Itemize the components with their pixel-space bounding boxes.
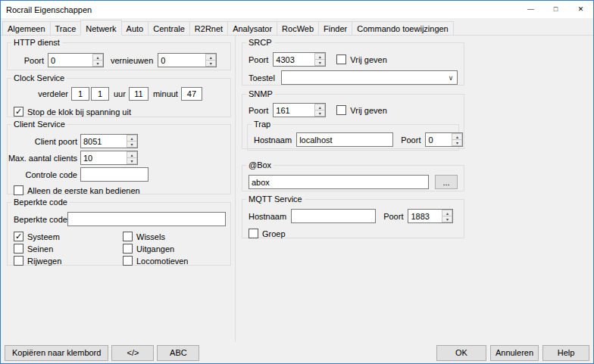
cancel-button[interactable]: Annuleren <box>490 345 539 361</box>
srcp-vrij-geven-checkbox[interactable]: ✓ Vrij geven <box>336 54 387 64</box>
spin-up-icon[interactable]: ▴ <box>205 54 216 60</box>
spin-up-icon[interactable]: ▴ <box>442 210 452 216</box>
xml-code-button[interactable]: </> <box>111 345 154 361</box>
snmp-poort-spinner[interactable]: ▴ ▾ <box>273 103 326 117</box>
close-icon: ✕ <box>578 6 584 13</box>
minimize-icon: — <box>527 6 534 13</box>
controle-code-input[interactable] <box>80 167 148 182</box>
checkbox-box: ✓ <box>14 256 23 266</box>
spinner-arrows: ▴ ▾ <box>127 135 137 148</box>
trap-hostnaam-input[interactable] <box>296 132 393 147</box>
group-clock-service: Clock Service verdeler uur minuut ✓ Stop… <box>7 73 231 117</box>
titlebar: Rocrail Eigenschappen — □ ✕ <box>1 1 593 18</box>
mqtt-hostnaam-input[interactable] <box>291 209 376 223</box>
group-mqtt-service: MQTT Service Hostnaam Poort ▴ ▾ ✓ Groep <box>242 194 464 238</box>
clock-verdeler1-input[interactable] <box>71 87 89 101</box>
checkbox-box: ✓ <box>336 105 346 115</box>
help-button[interactable]: Help <box>542 345 589 361</box>
trap-poort-spinner[interactable]: ▴ ▾ <box>425 132 463 147</box>
http-vernieuwen-spinner[interactable]: ▴ ▾ <box>158 53 217 67</box>
clock-verdeler-label: verdeler <box>18 89 68 98</box>
srcp-toestel-combobox[interactable]: ∨ <box>281 70 458 85</box>
srcp-poort-input[interactable] <box>274 53 314 66</box>
max-clients-input[interactable] <box>81 151 127 164</box>
checkbox-box: ✓ <box>123 256 133 266</box>
checkbox-systeem[interactable]: ✓ Systeem <box>14 232 60 241</box>
spin-down-icon[interactable]: ▾ <box>442 216 452 222</box>
checkbox-wissels[interactable]: ✓ Wissels <box>123 232 165 241</box>
mqtt-poort-spinner[interactable]: ▴ ▾ <box>408 209 453 223</box>
ok-button[interactable]: OK <box>436 345 486 361</box>
tab-centrale[interactable]: Centrale <box>148 21 190 35</box>
checkbox-box: ✓ <box>14 244 23 254</box>
maximize-button[interactable]: □ <box>543 1 568 18</box>
srcp-poort-label: Poort <box>249 55 268 64</box>
http-vernieuwen-label: vernieuwen <box>111 56 153 65</box>
spin-up-icon[interactable]: ▴ <box>314 104 325 110</box>
spin-down-icon[interactable]: ▾ <box>92 60 103 67</box>
tab-auto[interactable]: Auto <box>121 21 149 35</box>
copy-to-clipboard-button[interactable]: Kopiëren naar klembord <box>5 345 108 361</box>
spin-down-icon[interactable]: ▾ <box>127 141 137 148</box>
clock-minuut-input[interactable] <box>181 87 202 101</box>
group-clock-legend: Clock Service <box>11 73 67 82</box>
abc-button[interactable]: ABC <box>157 345 199 361</box>
mqtt-hostnaam-label: Hostnaam <box>249 212 286 221</box>
spin-up-icon[interactable]: ▴ <box>127 151 137 157</box>
beperkte-code-input[interactable] <box>67 212 226 226</box>
tab-trace[interactable]: Trace <box>50 21 82 35</box>
stop-clock-checkbox[interactable]: ✓ Stop de klok bij spanning uit <box>14 107 131 117</box>
tab-analysator[interactable]: Analysator <box>227 21 277 35</box>
spin-up-icon[interactable]: ▴ <box>92 54 103 60</box>
clock-verdeler2-input[interactable] <box>91 87 109 101</box>
spin-down-icon[interactable]: ▾ <box>314 110 325 117</box>
spin-down-icon[interactable]: ▾ <box>314 59 325 66</box>
tab-algemeen[interactable]: Algemeen <box>2 21 51 35</box>
tab-commando-toewijzingen[interactable]: Commando toewijzingen <box>352 21 453 35</box>
trap-poort-input[interactable] <box>426 133 452 146</box>
checkbox-box: ✓ <box>14 232 23 241</box>
spinner-arrows: ▴ ▾ <box>314 104 325 117</box>
http-poort-label: Poort <box>18 56 44 65</box>
abox-input[interactable] <box>249 175 429 189</box>
http-vernieuwen-input[interactable] <box>158 54 205 67</box>
spin-down-icon[interactable]: ▾ <box>205 60 216 67</box>
first-client-checkbox[interactable]: ✓ Alleen de eerste kan bedienen <box>14 185 140 195</box>
tab-rocweb[interactable]: RocWeb <box>277 21 319 35</box>
spin-down-icon[interactable]: ▾ <box>127 157 137 164</box>
mqtt-poort-input[interactable] <box>408 210 442 222</box>
clock-uur-input[interactable] <box>129 87 148 101</box>
spin-up-icon[interactable]: ▴ <box>127 135 137 141</box>
checkbox-rijwegen[interactable]: ✓ Rijwegen <box>14 256 61 266</box>
spin-up-icon[interactable]: ▴ <box>452 133 462 139</box>
max-clients-spinner[interactable]: ▴ ▾ <box>80 151 138 165</box>
rocrail-properties-window: Rocrail Eigenschappen — □ ✕ Algemeen Tra… <box>0 0 594 364</box>
checkbox-locomotieven[interactable]: ✓ Locomotieven <box>123 256 189 266</box>
http-poort-input[interactable] <box>48 54 92 67</box>
minimize-button[interactable]: — <box>518 1 543 18</box>
checkbox-uitgangen[interactable]: ✓ Uitgangen <box>123 244 174 254</box>
spin-down-icon[interactable]: ▾ <box>452 139 462 146</box>
group-beperkte-legend: Beperkte code <box>11 198 70 207</box>
check-icon: ✓ <box>15 107 22 116</box>
mqtt-groep-checkbox[interactable]: ✓ Groep <box>249 229 286 238</box>
tab-finder[interactable]: Finder <box>318 21 352 35</box>
group-srcp: SRCP Poort ▴ ▾ ✓ Vrij geven Toestel ∨ <box>242 38 464 86</box>
snmp-poort-input[interactable] <box>274 104 314 117</box>
http-poort-spinner[interactable]: ▴ ▾ <box>48 53 104 67</box>
checkbox-seinen[interactable]: ✓ Seinen <box>14 244 53 254</box>
client-poort-spinner[interactable]: ▴ ▾ <box>80 134 138 148</box>
snmp-vrij-geven-label: Vrij geven <box>350 106 387 115</box>
chevron-down-icon[interactable]: ∨ <box>445 74 457 82</box>
snmp-poort-label: Poort <box>249 106 268 115</box>
controle-code-label: Controle code <box>8 170 77 179</box>
snmp-vrij-geven-checkbox[interactable]: ✓ Vrij geven <box>336 105 387 115</box>
tab-r2rnet[interactable]: R2Rnet <box>189 21 228 35</box>
client-poort-input[interactable] <box>81 135 127 148</box>
checkbox-box: ✓ <box>123 244 133 254</box>
tab-netwerk[interactable]: Netwerk <box>80 20 121 36</box>
spin-up-icon[interactable]: ▴ <box>314 53 325 59</box>
srcp-poort-spinner[interactable]: ▴ ▾ <box>273 52 326 67</box>
close-button[interactable]: ✕ <box>568 1 593 18</box>
abox-browse-button[interactable]: ... <box>435 175 458 189</box>
